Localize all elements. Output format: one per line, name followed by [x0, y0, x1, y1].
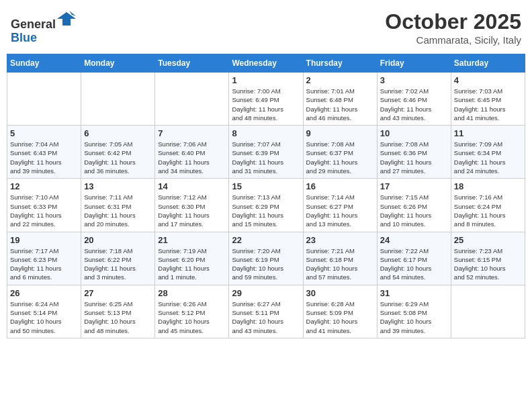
logo-general: General: [11, 17, 56, 31]
day-number: 17: [380, 181, 448, 191]
day-number: 11: [454, 128, 522, 138]
day-number: 31: [380, 288, 448, 298]
day-cell: 15Sunrise: 7:13 AM Sunset: 6:29 PM Dayli…: [229, 179, 303, 232]
day-cell: 31Sunrise: 6:29 AM Sunset: 5:08 PM Dayli…: [377, 285, 451, 338]
day-cell: 23Sunrise: 7:21 AM Sunset: 6:18 PM Dayli…: [303, 232, 377, 285]
day-cell: 21Sunrise: 7:19 AM Sunset: 6:20 PM Dayli…: [155, 232, 229, 285]
day-cell: 1Sunrise: 7:00 AM Sunset: 6:49 PM Daylig…: [229, 73, 303, 126]
day-number: 24: [380, 235, 448, 245]
weekday-header-thursday: Thursday: [303, 54, 377, 73]
weekday-header-monday: Monday: [81, 54, 155, 73]
day-info: Sunrise: 7:00 AM Sunset: 6:49 PM Dayligh…: [232, 87, 300, 122]
day-number: 22: [232, 235, 300, 245]
logo-bird-icon: [57, 9, 76, 28]
day-number: 15: [232, 181, 300, 191]
day-number: 16: [306, 181, 374, 191]
day-info: Sunrise: 7:17 AM Sunset: 6:23 PM Dayligh…: [10, 246, 78, 282]
day-info: Sunrise: 7:04 AM Sunset: 6:43 PM Dayligh…: [10, 140, 78, 175]
day-info: Sunrise: 7:14 AM Sunset: 6:27 PM Dayligh…: [306, 193, 374, 228]
day-number: 9: [306, 128, 374, 138]
day-cell: [451, 285, 525, 338]
day-cell: 19Sunrise: 7:17 AM Sunset: 6:23 PM Dayli…: [7, 232, 81, 285]
day-number: 13: [84, 181, 152, 191]
week-row-2: 5Sunrise: 7:04 AM Sunset: 6:43 PM Daylig…: [7, 126, 525, 179]
day-number: 30: [306, 288, 374, 298]
day-cell: 30Sunrise: 6:28 AM Sunset: 5:09 PM Dayli…: [303, 285, 377, 338]
day-number: 26: [10, 288, 78, 298]
day-info: Sunrise: 7:02 AM Sunset: 6:46 PM Dayligh…: [380, 87, 448, 122]
day-cell: 16Sunrise: 7:14 AM Sunset: 6:27 PM Dayli…: [303, 179, 377, 232]
logo: General Blue: [11, 9, 76, 45]
day-number: 10: [380, 128, 448, 138]
day-info: Sunrise: 7:21 AM Sunset: 6:18 PM Dayligh…: [306, 246, 374, 282]
week-row-1: 1Sunrise: 7:00 AM Sunset: 6:49 PM Daylig…: [7, 73, 525, 126]
day-number: 1: [232, 75, 300, 85]
logo-blue: Blue: [11, 31, 37, 44]
day-info: Sunrise: 7:11 AM Sunset: 6:31 PM Dayligh…: [84, 193, 152, 228]
day-cell: 26Sunrise: 6:24 AM Sunset: 5:14 PM Dayli…: [7, 285, 81, 338]
day-cell: [81, 73, 155, 126]
day-info: Sunrise: 6:26 AM Sunset: 5:12 PM Dayligh…: [158, 300, 226, 335]
month-title: October 2025: [385, 9, 521, 34]
day-info: Sunrise: 7:15 AM Sunset: 6:26 PM Dayligh…: [380, 193, 448, 228]
day-number: 19: [10, 235, 78, 245]
day-info: Sunrise: 7:07 AM Sunset: 6:39 PM Dayligh…: [232, 140, 300, 175]
day-cell: 5Sunrise: 7:04 AM Sunset: 6:43 PM Daylig…: [7, 126, 81, 179]
day-number: 28: [158, 288, 226, 298]
day-cell: 7Sunrise: 7:06 AM Sunset: 6:40 PM Daylig…: [155, 126, 229, 179]
week-row-4: 19Sunrise: 7:17 AM Sunset: 6:23 PM Dayli…: [7, 232, 525, 285]
day-info: Sunrise: 7:05 AM Sunset: 6:42 PM Dayligh…: [84, 140, 152, 175]
day-cell: 2Sunrise: 7:01 AM Sunset: 6:48 PM Daylig…: [303, 73, 377, 126]
day-number: 8: [232, 128, 300, 138]
weekday-header-wednesday: Wednesday: [229, 54, 303, 73]
day-number: 2: [306, 75, 374, 85]
day-cell: 28Sunrise: 6:26 AM Sunset: 5:12 PM Dayli…: [155, 285, 229, 338]
page-header: General Blue October 2025 Cammarata, Sic…: [7, 7, 525, 48]
day-cell: 11Sunrise: 7:09 AM Sunset: 6:34 PM Dayli…: [451, 126, 525, 179]
day-info: Sunrise: 7:10 AM Sunset: 6:33 PM Dayligh…: [10, 193, 78, 228]
day-info: Sunrise: 6:29 AM Sunset: 5:08 PM Dayligh…: [380, 300, 448, 335]
day-cell: 9Sunrise: 7:08 AM Sunset: 6:37 PM Daylig…: [303, 126, 377, 179]
day-info: Sunrise: 7:22 AM Sunset: 6:17 PM Dayligh…: [380, 246, 448, 282]
day-number: 7: [158, 128, 226, 138]
day-cell: 14Sunrise: 7:12 AM Sunset: 6:30 PM Dayli…: [155, 179, 229, 232]
weekday-header-tuesday: Tuesday: [155, 54, 229, 73]
day-cell: [155, 73, 229, 126]
day-number: 27: [84, 288, 152, 298]
day-number: 25: [454, 235, 522, 245]
day-info: Sunrise: 6:25 AM Sunset: 5:13 PM Dayligh…: [84, 300, 152, 335]
day-info: Sunrise: 6:24 AM Sunset: 5:14 PM Dayligh…: [10, 300, 78, 335]
day-number: 23: [306, 235, 374, 245]
day-cell: 13Sunrise: 7:11 AM Sunset: 6:31 PM Dayli…: [81, 179, 155, 232]
day-cell: 4Sunrise: 7:03 AM Sunset: 6:45 PM Daylig…: [451, 73, 525, 126]
day-info: Sunrise: 7:08 AM Sunset: 6:37 PM Dayligh…: [306, 140, 374, 175]
weekday-header-row: SundayMondayTuesdayWednesdayThursdayFrid…: [7, 54, 525, 73]
day-cell: 8Sunrise: 7:07 AM Sunset: 6:39 PM Daylig…: [229, 126, 303, 179]
weekday-header-sunday: Sunday: [7, 54, 81, 73]
day-cell: 20Sunrise: 7:18 AM Sunset: 6:22 PM Dayli…: [81, 232, 155, 285]
day-number: 14: [158, 181, 226, 191]
day-number: 12: [10, 181, 78, 191]
day-info: Sunrise: 7:18 AM Sunset: 6:22 PM Dayligh…: [84, 246, 152, 282]
day-info: Sunrise: 7:08 AM Sunset: 6:36 PM Dayligh…: [380, 140, 448, 175]
day-info: Sunrise: 7:19 AM Sunset: 6:20 PM Dayligh…: [158, 246, 226, 282]
day-cell: 24Sunrise: 7:22 AM Sunset: 6:17 PM Dayli…: [377, 232, 451, 285]
day-cell: 17Sunrise: 7:15 AM Sunset: 6:26 PM Dayli…: [377, 179, 451, 232]
location: Cammarata, Sicily, Italy: [385, 34, 521, 46]
day-info: Sunrise: 7:20 AM Sunset: 6:19 PM Dayligh…: [232, 246, 300, 282]
day-cell: 10Sunrise: 7:08 AM Sunset: 6:36 PM Dayli…: [377, 126, 451, 179]
day-cell: 25Sunrise: 7:23 AM Sunset: 6:15 PM Dayli…: [451, 232, 525, 285]
weekday-header-saturday: Saturday: [451, 54, 525, 73]
day-number: 18: [454, 181, 522, 191]
week-row-5: 26Sunrise: 6:24 AM Sunset: 5:14 PM Dayli…: [7, 285, 525, 338]
day-cell: 27Sunrise: 6:25 AM Sunset: 5:13 PM Dayli…: [81, 285, 155, 338]
day-info: Sunrise: 6:28 AM Sunset: 5:09 PM Dayligh…: [306, 300, 374, 335]
day-cell: 18Sunrise: 7:16 AM Sunset: 6:24 PM Dayli…: [451, 179, 525, 232]
week-row-3: 12Sunrise: 7:10 AM Sunset: 6:33 PM Dayli…: [7, 179, 525, 232]
day-info: Sunrise: 7:12 AM Sunset: 6:30 PM Dayligh…: [158, 193, 226, 228]
day-number: 3: [380, 75, 448, 85]
calendar-table: SundayMondayTuesdayWednesdayThursdayFrid…: [7, 54, 525, 338]
day-cell: 3Sunrise: 7:02 AM Sunset: 6:46 PM Daylig…: [377, 73, 451, 126]
day-info: Sunrise: 6:27 AM Sunset: 5:11 PM Dayligh…: [232, 300, 300, 335]
day-info: Sunrise: 7:09 AM Sunset: 6:34 PM Dayligh…: [454, 140, 522, 175]
